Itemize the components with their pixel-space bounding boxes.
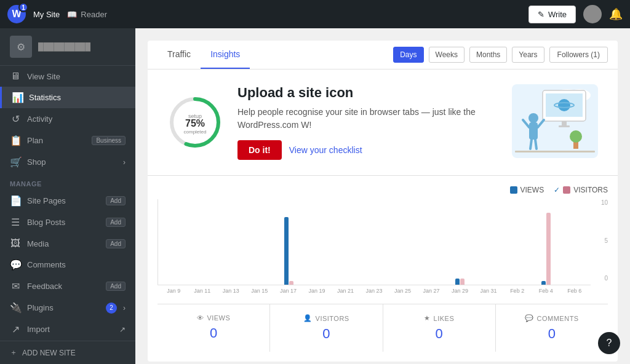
add-new-site-button[interactable]: ＋ ADD NEW SITE (0, 341, 135, 364)
followers-count: (1) (591, 50, 600, 59)
view-checklist-link[interactable]: View your checklist (289, 145, 362, 155)
stat-comments-label: 💬 COMMENTS (506, 314, 598, 322)
sidebar-label-statistics: Statistics (29, 93, 126, 102)
x-label: Jan 11 (189, 288, 217, 294)
statistics-icon: 📊 (12, 92, 23, 103)
tab-traffic[interactable]: Traffic (158, 41, 201, 69)
bar-group (332, 199, 359, 285)
y-mid: 5 (604, 237, 608, 244)
sidebar-item-shop[interactable]: 🛒 Shop › (0, 151, 135, 173)
period-days-button[interactable]: Days (393, 47, 423, 63)
write-button[interactable]: ✎ Write (528, 6, 576, 23)
svg-text:completed: completed (184, 129, 207, 135)
nav-right: ✎ Write 🔔 (528, 5, 623, 23)
visitors-dot (563, 186, 570, 194)
tabs-row: Traffic Insights Days Weeks Months Years… (148, 41, 618, 69)
reader-label: Reader (81, 10, 107, 19)
manage-section-title: Manage (0, 173, 135, 190)
bars-row (158, 199, 591, 285)
bar-group (361, 199, 388, 285)
svg-rect-22 (515, 151, 595, 152)
bar-pair (455, 279, 465, 285)
sidebar-item-feedback[interactable]: ✉ Feedback Add (0, 275, 135, 297)
sidebar-item-site-pages[interactable]: 📄 Site Pages Add (0, 190, 135, 212)
svg-rect-15 (529, 122, 538, 140)
user-avatar[interactable] (583, 5, 602, 23)
top-navigation: W 1 My Site 📖 Reader ✎ Write 🔔 (0, 0, 630, 28)
site-name[interactable]: My Site (33, 10, 60, 19)
sidebar-item-plugins[interactable]: 🔌 Plugins 2 › (0, 297, 135, 318)
plan-icon: 📋 (10, 135, 21, 146)
followers-button[interactable]: Followers (1) (549, 47, 608, 63)
site-pages-icon: 📄 (10, 195, 21, 207)
bar-group (389, 199, 417, 285)
x-label: Jan 23 (361, 288, 388, 294)
x-label: Feb 2 (503, 288, 531, 294)
stat-likes-label: ★ LIKES (393, 314, 485, 322)
site-icon: ⚙ (10, 36, 32, 58)
period-years-button[interactable]: Years (512, 47, 544, 63)
sidebar-item-import[interactable]: ↗ Import ↗ (0, 318, 135, 340)
followers-label: Followers (557, 50, 589, 59)
sidebar-item-media[interactable]: 🖼 Media Add (0, 233, 135, 254)
sidebar-label-blog-posts: Blog Posts (27, 218, 100, 227)
main-content: Traffic Insights Days Weeks Months Years… (135, 28, 630, 364)
stat-visitors-value: 0 (280, 326, 372, 342)
wp-logo[interactable]: W 1 (7, 5, 26, 23)
legend-views-label: VIEWS (520, 186, 544, 194)
x-label: Jan 31 (475, 288, 503, 294)
site-pages-add-button[interactable]: Add (106, 196, 126, 205)
period-months-button[interactable]: Months (469, 47, 507, 63)
sidebar-label-activity: Activity (27, 114, 126, 124)
x-label: Feb 6 (560, 288, 588, 294)
svg-rect-12 (562, 121, 567, 126)
write-icon: ✎ (538, 10, 544, 19)
stat-comments: 💬 COMMENTS 0 (496, 304, 608, 352)
sidebar-item-activity[interactable]: ↺ Activity (0, 108, 135, 130)
stat-visitors-label: 👤 VISITORS (280, 314, 372, 322)
sidebar-item-comments[interactable]: 💬 Comments (0, 254, 135, 275)
reader-link[interactable]: 📖 Reader (67, 10, 107, 19)
stat-visitors: 👤 VISITORS 0 (270, 304, 383, 352)
bar-group (275, 199, 302, 285)
feedback-add-button[interactable]: Add (106, 282, 126, 291)
x-label: Jan 29 (446, 288, 474, 294)
svg-text:75%: 75% (185, 118, 205, 129)
add-new-site-icon: ＋ (10, 347, 17, 358)
bar-group (161, 199, 188, 285)
legend-views: VIEWS (510, 186, 544, 194)
sidebar-item-view-site[interactable]: 🖥 View Site (0, 66, 135, 87)
stat-comments-value: 0 (506, 326, 598, 342)
x-label: Jan 9 (160, 288, 188, 294)
nav-left: W 1 My Site 📖 Reader (7, 5, 519, 23)
sidebar-label-comments: Comments (27, 260, 126, 269)
sidebar-item-plan[interactable]: 📋 Plan Business (0, 130, 135, 151)
media-add-button[interactable]: Add (106, 239, 126, 248)
tab-insights[interactable]: Insights (201, 41, 250, 69)
chart-legend: VIEWS ✓ VISITORS (158, 186, 608, 194)
x-label: Jan 15 (246, 288, 274, 294)
bar-group (218, 199, 245, 285)
bar-views (284, 217, 289, 285)
period-weeks-button[interactable]: Weeks (429, 47, 465, 63)
do-it-button[interactable]: Do it! (237, 140, 282, 160)
stat-views: 👁 VIEWS 0 (158, 304, 270, 352)
visitors-checkmark: ✓ (554, 186, 560, 194)
bar-pair (284, 217, 293, 285)
plugins-badge: 2 (106, 303, 117, 314)
bar-group (418, 199, 445, 285)
import-icon: ↗ (10, 323, 21, 335)
sidebar-label-plan: Plan (27, 136, 86, 145)
blog-posts-add-button[interactable]: Add (106, 218, 126, 227)
notifications-icon[interactable]: 🔔 (609, 7, 623, 21)
sidebar-item-blog-posts[interactable]: ☰ Blog Posts Add (0, 212, 135, 233)
help-button[interactable]: ? (598, 332, 620, 354)
sidebar-item-statistics[interactable]: 📊 Statistics (0, 87, 135, 108)
media-icon: 🖼 (10, 238, 21, 249)
svg-point-21 (570, 130, 582, 143)
blog-posts-icon: ☰ (10, 216, 21, 228)
reader-icon: 📖 (67, 10, 77, 19)
bar-visitors (460, 279, 465, 285)
shop-icon: 🛒 (10, 156, 21, 168)
bar-visitors (546, 213, 551, 285)
